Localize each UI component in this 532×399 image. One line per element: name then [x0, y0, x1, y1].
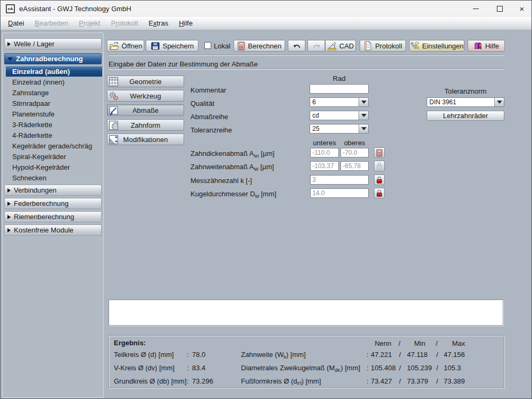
lock-icon — [376, 176, 383, 184]
calculate-abmass-button[interactable] — [374, 147, 385, 158]
zahndickenabmass-oberes-input[interactable] — [340, 148, 369, 157]
result-zahnweite-min: 47.118 — [407, 351, 428, 359]
chevron-down-icon — [359, 98, 368, 106]
zahnweitenabmass-unteres-input[interactable] — [310, 161, 339, 171]
sidebar-section-kostenfreie-module[interactable]: Kostenfreie Module — [4, 225, 102, 236]
maximize-button[interactable] — [488, 1, 512, 16]
colon: : — [367, 364, 369, 372]
sidebar-item-stirnradpaar[interactable]: Stirnradpaar — [3, 98, 103, 109]
minimize-button[interactable] — [464, 1, 488, 16]
section-title: Eingabe der Daten zur Bestimmung der Abm… — [109, 60, 257, 68]
sidebar-section-welle-lager[interactable]: Welle / Lager — [4, 38, 102, 49]
geometrie-button[interactable]: Geometrie — [107, 76, 184, 87]
chevron-right-icon — [7, 215, 11, 219]
abmasse-button[interactable]: Abmaße — [107, 104, 184, 116]
lokal-checkbox[interactable] — [204, 42, 211, 49]
messzaehnezahl-input[interactable] — [310, 175, 369, 185]
kugeldurchmesser-label: Kugeldurchmesser DM [mm] — [190, 190, 276, 199]
calculator-icon — [237, 41, 245, 51]
sidebar-item-einzelrad-innen[interactable]: Einzelrad (innen) — [3, 77, 103, 87]
werkzeug-button[interactable]: Werkzeug — [107, 90, 184, 102]
floppy-disk-icon — [151, 41, 160, 51]
close-button[interactable]: × — [512, 1, 532, 16]
calculate-button[interactable]: Berechnen — [234, 40, 285, 52]
minimize-icon — [473, 9, 479, 9]
menubar: Datei Bearbeiten Projekt Protokoll Extra… — [1, 16, 531, 30]
colon: : — [367, 351, 369, 359]
toleranznorm-label: Toleranznorm — [427, 87, 504, 95]
result-vkreis-value: 83.4 — [192, 364, 205, 372]
titlebar: eA eAssistant - GWJ Technology GmbH × — [1, 1, 531, 16]
undo-button[interactable] — [288, 40, 305, 52]
svg-text:?: ? — [479, 43, 481, 48]
slash: / — [436, 377, 438, 385]
chevron-down-icon — [359, 111, 368, 120]
toleranznorm-select[interactable]: DIN 3961 — [427, 97, 504, 107]
sidebar: Welle / Lager Zahnradberechnung Einzelra… — [2, 32, 104, 398]
sidebar-item-kegelraeder[interactable]: Kegelräder gerade/schräg — [3, 140, 103, 151]
open-button[interactable]: Öffnen — [107, 40, 144, 52]
result-zweikugelmass-nenn: 105.408 — [371, 364, 396, 372]
sidebar-item-hypoid-kegelraeder[interactable]: Hypoid-Kegelräder — [3, 162, 103, 172]
zahndickenabmass-unteres-input[interactable] — [310, 148, 339, 157]
result-vkreis-label: V-Kreis Ø (dv) [mm] — [114, 364, 174, 372]
lock-messzaehnezahl-button[interactable] — [374, 174, 385, 185]
help-button[interactable]: ? Hilfe — [468, 40, 505, 52]
sidebar-section-federberechnung[interactable]: Federberechnung — [4, 198, 102, 209]
colon: : — [367, 377, 369, 385]
lock-disabled-icon — [376, 162, 383, 170]
protocol-button[interactable]: Protokoll — [360, 40, 406, 52]
menu-hilfe[interactable]: Hilfe — [173, 17, 198, 29]
separator — [109, 55, 504, 56]
sidebar-item-zahnstange[interactable]: Zahnstange — [3, 87, 103, 98]
col-min: Min — [411, 339, 428, 347]
sidebar-item-schnecken[interactable]: Schnecken — [3, 172, 103, 183]
result-teilkreis-label: Teilkreis Ø (d) [mm] — [114, 351, 174, 359]
lehrzahnraeder-button[interactable]: Lehrzahnräder — [427, 111, 504, 121]
zahnweitenabmass-oberes-input[interactable] — [340, 161, 369, 171]
chevron-down-icon — [494, 98, 504, 106]
sidebar-item-planetenstufe[interactable]: Planetenstufe — [3, 109, 103, 119]
application-window: eA eAssistant - GWJ Technology GmbH × Da… — [0, 0, 532, 399]
sidebar-item-einzelrad-aussen[interactable]: Einzelrad (außen) — [6, 66, 102, 77]
slash: / — [399, 351, 401, 359]
sidebar-item-4-raederkette[interactable]: 4-Räderkette — [3, 130, 103, 140]
toleranzreihe-select[interactable]: 25 — [310, 124, 369, 134]
close-icon: × — [520, 5, 525, 13]
menu-protokoll: Protokoll — [106, 17, 144, 29]
settings-button[interactable]: Einstellungen — [409, 40, 464, 52]
lock-kugeldurchmesser-button[interactable] — [374, 188, 385, 198]
tooth-profile-icon — [109, 120, 119, 130]
result-grundkreis-value: 73.296 — [192, 377, 213, 385]
menu-datei[interactable]: Datei — [3, 17, 29, 29]
sidebar-item-spiral-kegelraeder[interactable]: Spiral-Kegelräder — [3, 151, 103, 162]
result-fussformkreis-max: 73.389 — [444, 377, 465, 385]
sidebar-item-3-raederkette[interactable]: 3-Räderkette — [3, 119, 103, 130]
results-title: Ergebnis: — [114, 339, 146, 347]
zahnform-button[interactable]: Zahnform — [107, 119, 184, 131]
colon: : — [187, 364, 189, 372]
save-button[interactable]: Speichern — [146, 40, 198, 52]
slash: / — [436, 351, 438, 359]
kugeldurchmesser-input[interactable] — [310, 188, 369, 198]
qualitaet-select[interactable]: 6 — [310, 97, 369, 107]
slash: / — [399, 377, 401, 385]
result-zahnweite-label: Zahnweite (Wk) [mm] — [241, 351, 306, 360]
kommentar-input[interactable] — [310, 84, 369, 94]
modifikationen-button[interactable]: Modifikationen — [107, 134, 184, 145]
sidebar-section-verbindungen[interactable]: Verbindungen — [4, 185, 102, 196]
cad-ruler-icon — [327, 41, 337, 51]
kommentar-label: Kommentar — [190, 86, 226, 94]
col-nenn: Nenn — [373, 339, 393, 347]
menu-extras[interactable]: Extras — [143, 17, 173, 29]
book-icon: ? — [473, 41, 483, 51]
sidebar-section-riemenberechnung[interactable]: Riemenberechnung — [4, 211, 102, 222]
toleranzreihe-label: Toleranzreihe — [190, 126, 232, 134]
abmassreihe-select[interactable]: cd — [310, 111, 369, 120]
document-icon — [363, 41, 372, 51]
result-zweikugelmass-max: 105.3 — [444, 364, 461, 372]
sidebar-section-zahnradberechnung[interactable]: Zahnradberechnung — [4, 53, 102, 64]
cad-button[interactable]: CAD — [325, 40, 356, 52]
colon: : — [187, 351, 189, 359]
col-slash: / — [436, 339, 438, 347]
